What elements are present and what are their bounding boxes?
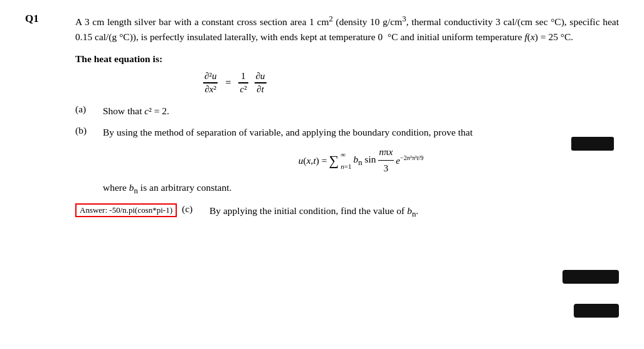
u-xt-label: u(x,t) =	[298, 153, 327, 168]
series-equation: u(x,t) = ∑ ∞ n=1 bn sin nπx 3 e−2	[103, 145, 619, 176]
question-label: Q1	[25, 13, 75, 25]
heat-eq-label: The heat equation is:	[75, 53, 619, 65]
redaction-block-1	[571, 137, 614, 151]
npi-x-den: 3	[383, 161, 390, 176]
part-b-label: (b)	[75, 125, 103, 136]
denominator-c2: c²	[238, 84, 248, 95]
part-a-text: Show that c² = 2.	[103, 104, 619, 119]
redaction-block-3	[574, 304, 619, 318]
question-text: A 3 cm length silver bar with a constant…	[75, 13, 619, 45]
exp-label: e−2n²π²t/9	[396, 153, 423, 168]
denominator-dt: ∂t	[255, 84, 265, 95]
numerator-1: 1	[240, 71, 247, 82]
question-block: Q1 A 3 cm length silver bar with a const…	[25, 13, 619, 45]
part-b-text: By using the method of separation of var…	[103, 125, 619, 197]
equals-sign: =	[225, 77, 231, 89]
numerator-du: ∂u	[255, 71, 267, 82]
fraction-du-dt: ∂u ∂t	[255, 71, 267, 95]
heat-equation: ∂²u ∂x² = 1 c² ∂u ∂t	[201, 71, 619, 95]
npi-x-num: nπx	[378, 145, 394, 159]
redaction-block-2	[562, 270, 619, 284]
sigma-symbol: ∑	[329, 150, 339, 171]
part-c-label: (c)	[182, 203, 209, 215]
answer-box: Answer: -50/n.pi(cosn*pi-1)	[75, 203, 177, 217]
part-c-text: By applying the initial condition, find …	[209, 203, 619, 220]
sigma-top: ∞	[340, 149, 351, 160]
part-a-label: (a)	[75, 104, 103, 115]
part-b: (b) By using the method of separation of…	[75, 125, 619, 197]
part-a: (a) Show that c² = 2.	[75, 104, 619, 119]
part-c: Answer: -50/n.pi(cosn*pi-1) (c) By apply…	[75, 203, 619, 220]
fraction-1-c2: 1 c²	[238, 71, 248, 95]
sigma-limits: ∞ n=1	[340, 149, 351, 172]
denominator-dx2: ∂x²	[203, 84, 218, 95]
where-bn-text: where bn is an arbitrary constant.	[103, 180, 619, 197]
page: Q1 A 3 cm length silver bar with a const…	[0, 0, 644, 349]
sigma-bottom: n=1	[340, 161, 351, 172]
numerator-d2u: ∂²u	[203, 71, 218, 82]
sin-fraction: nπx 3	[376, 145, 396, 176]
b-n-label: bn sin	[353, 152, 376, 169]
fraction-d2u-dx2: ∂²u ∂x²	[203, 71, 218, 95]
